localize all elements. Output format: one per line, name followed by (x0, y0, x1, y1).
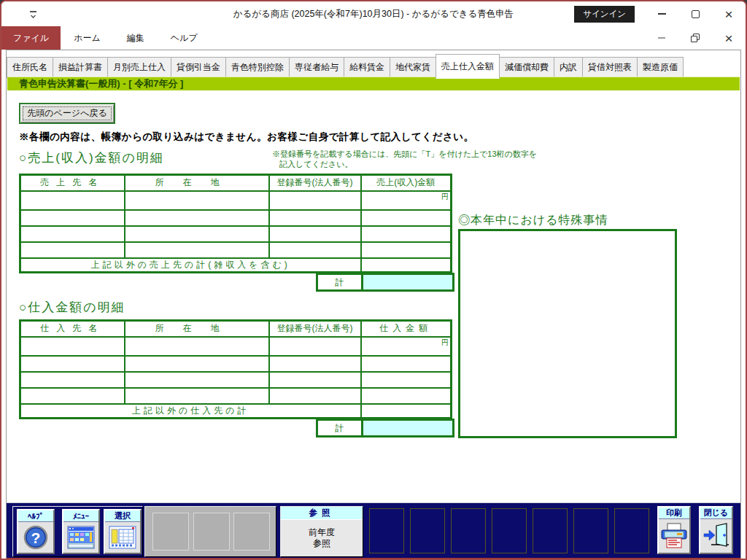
purchase-cell-amount[interactable] (361, 356, 452, 372)
purchase-row-3 (20, 372, 452, 388)
purchase-cell-location[interactable] (125, 372, 269, 388)
purchase-cell-amount[interactable]: 円 (361, 337, 452, 356)
previous-year-reference-button[interactable]: 前年度 参照 (281, 519, 363, 556)
help-button[interactable]: ﾍﾙﾌﾟ ? (17, 509, 55, 554)
purchase-row-1: 円 (20, 337, 452, 356)
sales-cell-regnumber[interactable] (269, 191, 361, 210)
tab-blue-deduction[interactable]: 青色特別控除 (225, 57, 290, 78)
minimize-button[interactable] (645, 1, 678, 26)
sales-cell-name[interactable] (20, 191, 125, 210)
document-banner: 青色申告決算書(一般用) - [ 令和7年分 ] (7, 77, 740, 90)
mdi-restore-button[interactable] (678, 26, 712, 50)
sales-cell-location[interactable] (125, 191, 269, 210)
maximize-icon (692, 10, 700, 18)
close-button[interactable]: × (712, 1, 746, 26)
sales-total-value[interactable] (363, 275, 452, 289)
purchase-cell-location[interactable] (125, 356, 269, 372)
sales-cell-location[interactable] (125, 210, 269, 226)
sales-cell-regnumber[interactable] (269, 242, 361, 258)
disabled-slot (152, 513, 189, 551)
signin-button[interactable]: サインイン (574, 6, 635, 23)
menu-button[interactable]: ﾒﾆｭｰ (62, 509, 100, 554)
sales-cell-name[interactable] (20, 226, 125, 242)
menu-file[interactable]: ファイル (1, 26, 61, 50)
purchase-cell-name[interactable] (20, 356, 125, 372)
sales-cell-regnumber[interactable] (269, 226, 361, 242)
menu-edit[interactable]: 編集 (114, 26, 158, 50)
sales-cell-amount[interactable]: 円 (361, 191, 452, 210)
sales-total-label: 計 (318, 275, 363, 289)
purchase-row-4 (20, 388, 452, 404)
mdi-restore-icon (691, 34, 700, 42)
tab-profit-loss[interactable]: 損益計算書 (53, 57, 108, 78)
reference-panel: 参照 前年度 参照 (280, 506, 363, 557)
tab-family-salary[interactable]: 専従者給与 (289, 57, 344, 78)
toolbar-left-panel: ﾍﾙﾌﾟ ? ﾒﾆｭｰ (12, 506, 143, 557)
empty-toolbar-slot (533, 508, 568, 553)
tab-balance-sheet[interactable]: 貸借対照表 (582, 57, 638, 78)
tab-rent[interactable]: 地代家賃 (390, 57, 436, 78)
sales-cell-location[interactable] (125, 242, 269, 258)
window-title: かるがる商店 (2025年(令和7年)10月30日) - かるがるできる青色申告 (233, 8, 514, 20)
back-to-first-page-button[interactable]: 先頭のページへ戻る (19, 103, 115, 124)
quick-access-caret-icon[interactable] (29, 10, 38, 18)
tab-monthly-sales[interactable]: 月別売上仕入 (107, 57, 171, 78)
maximize-button[interactable] (678, 1, 712, 26)
purchase-cell-regnumber[interactable] (269, 337, 361, 356)
tab-address-name[interactable]: 住所氏名 (7, 57, 53, 78)
tabbar: 住所氏名 損益計算書 月別売上仕入 貸倒引当金 青色特別控除 専従者給与 給料賃… (7, 54, 684, 78)
purchase-cell-name[interactable] (20, 388, 125, 404)
tab-bad-debt[interactable]: 貸倒引当金 (171, 57, 226, 78)
purchase-col-header-name: 仕入先名 (20, 321, 125, 337)
purchase-col-header-regnumber: 登録番号(法人番号) (269, 321, 361, 337)
close-form-button[interactable]: 閉じる (699, 506, 733, 554)
sales-cell-location[interactable] (125, 226, 269, 242)
tab-sales-purchase-amount[interactable]: 売上仕入金額 (436, 54, 500, 79)
tab-breakdown[interactable]: 内訳 (554, 57, 583, 78)
menu-help[interactable]: ヘルプ (158, 26, 211, 50)
sales-cell-name[interactable] (20, 242, 125, 258)
sales-cell-amount[interactable] (361, 210, 452, 226)
special-circumstances-textarea[interactable] (458, 229, 677, 438)
svg-text:?: ? (31, 529, 41, 546)
purchase-cell-location[interactable] (125, 388, 269, 404)
purchase-cell-name[interactable] (20, 337, 125, 356)
sales-subtotal-amount[interactable] (361, 258, 452, 273)
empty-toolbar-slot (614, 508, 649, 553)
print-button[interactable]: 印刷 (657, 506, 691, 554)
sales-cell-amount[interactable] (361, 242, 452, 258)
tab-depreciation[interactable]: 減価償却費 (499, 57, 554, 78)
menu-home[interactable]: ホーム (61, 26, 114, 50)
purchase-cell-amount[interactable] (361, 372, 452, 388)
purchase-total-value[interactable] (363, 421, 452, 435)
tab-manufacturing-cost[interactable]: 製造原価 (637, 57, 684, 78)
purchase-cell-location[interactable] (125, 337, 269, 356)
toolbar-disabled-panel (144, 506, 276, 557)
select-button[interactable]: 選択 (104, 509, 142, 554)
sales-total-box: 計 (316, 273, 454, 292)
mdi-close-button[interactable]: × (712, 26, 746, 50)
sales-row-2 (20, 210, 452, 226)
sales-subtotal-label: 上記以外の売上先の計(雑収入を含む) (20, 258, 361, 273)
minimize-icon (658, 13, 666, 15)
close-icon: × (724, 7, 732, 21)
purchase-cell-regnumber[interactable] (269, 356, 361, 372)
purchase-subtotal-amount[interactable] (361, 404, 452, 419)
purchase-cell-amount[interactable] (361, 388, 452, 404)
purchase-cell-regnumber[interactable] (269, 372, 361, 388)
tab-wages[interactable]: 給料賃金 (344, 57, 390, 78)
mdi-minimize-button[interactable] (645, 26, 678, 50)
sales-col-header-amount: 売上(収入)金額 (361, 175, 452, 191)
purchase-subtotal-label: 上記以外の仕入先の計 (20, 404, 361, 419)
sales-cell-amount[interactable] (361, 226, 452, 242)
sales-detail-table: 売上先名 所在地 登録番号(法人番号) 売上(収入)金額 円 (19, 174, 452, 273)
menubar: ファイル ホーム 編集 ヘルプ × (1, 26, 746, 50)
sales-cell-regnumber[interactable] (269, 210, 361, 226)
exit-door-icon (700, 519, 732, 553)
empty-toolbar-slot (369, 508, 404, 553)
sales-cell-name[interactable] (20, 210, 125, 226)
purchase-cell-name[interactable] (20, 372, 125, 388)
app-window: かるがる商店 (2025年(令和7年)10月30日) - かるがるできる青色申告… (0, 0, 747, 560)
purchase-cell-regnumber[interactable] (269, 388, 361, 404)
purchase-total-box: 計 (316, 419, 454, 438)
